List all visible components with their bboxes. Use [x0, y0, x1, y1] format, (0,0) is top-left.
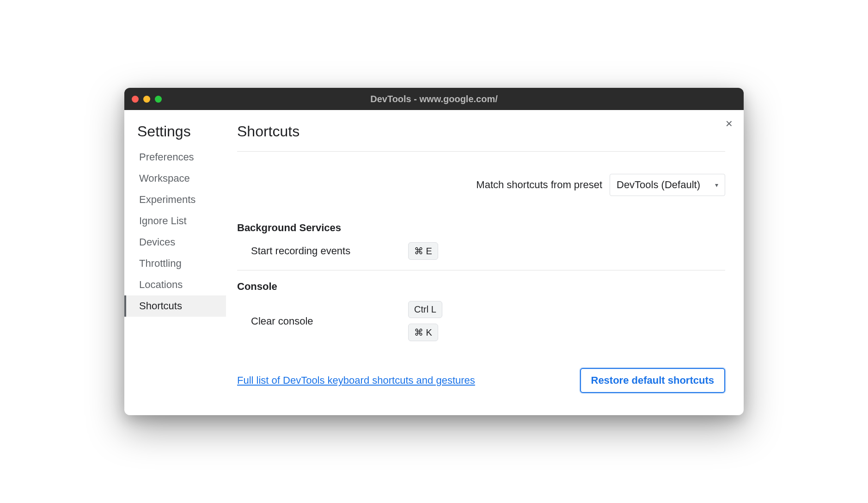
sidebar-item-shortcuts[interactable]: Shortcuts: [124, 295, 226, 317]
full-list-link[interactable]: Full list of DevTools keyboard shortcuts…: [237, 374, 475, 386]
sidebar: Settings Preferences Workspace Experimen…: [124, 110, 226, 415]
shortcut-keys: ⌘ E: [408, 242, 438, 260]
sidebar-title: Settings: [124, 123, 226, 147]
shortcut-label: Clear console: [251, 315, 408, 327]
content-area: × Settings Preferences Workspace Experim…: [124, 110, 744, 415]
key-badge: ⌘ E: [408, 242, 438, 260]
preset-label: Match shortcuts from preset: [476, 179, 602, 191]
sidebar-item-preferences[interactable]: Preferences: [124, 147, 226, 168]
window-title: DevTools - www.google.com/: [370, 94, 498, 104]
window-close-icon[interactable]: [132, 96, 139, 103]
page-title: Shortcuts: [237, 123, 725, 152]
preset-row: Match shortcuts from preset DevTools (De…: [237, 152, 725, 218]
window-maximize-icon[interactable]: [155, 96, 162, 103]
sidebar-item-throttling[interactable]: Throttling: [124, 253, 226, 274]
close-icon[interactable]: ×: [726, 117, 733, 129]
section-divider: [237, 270, 725, 270]
main-panel: Shortcuts Match shortcuts from preset De…: [226, 110, 744, 415]
preset-select-value: DevTools (Default): [617, 179, 700, 190]
shortcut-row: Start recording events ⌘ E: [237, 240, 725, 268]
shortcut-keys: Ctrl L ⌘ K: [408, 301, 442, 341]
sidebar-item-workspace[interactable]: Workspace: [124, 168, 226, 189]
section-heading-console: Console: [237, 277, 725, 299]
devtools-settings-window: DevTools - www.google.com/ × Settings Pr…: [124, 88, 744, 415]
footer-row: Full list of DevTools keyboard shortcuts…: [237, 350, 725, 393]
traffic-lights: [132, 96, 162, 103]
sidebar-item-devices[interactable]: Devices: [124, 232, 226, 253]
sidebar-item-ignore-list[interactable]: Ignore List: [124, 210, 226, 232]
section-heading-background-services: Background Services: [237, 218, 725, 240]
window-minimize-icon[interactable]: [143, 96, 150, 103]
sidebar-item-experiments[interactable]: Experiments: [124, 189, 226, 210]
key-badge: ⌘ K: [408, 324, 438, 341]
shortcut-label: Start recording events: [251, 245, 408, 257]
key-badge: Ctrl L: [408, 301, 442, 318]
sidebar-item-locations[interactable]: Locations: [124, 274, 226, 295]
titlebar[interactable]: DevTools - www.google.com/: [124, 88, 744, 110]
restore-default-shortcuts-button[interactable]: Restore default shortcuts: [580, 368, 726, 393]
shortcut-row: Clear console Ctrl L ⌘ K: [237, 299, 725, 350]
preset-select[interactable]: DevTools (Default): [610, 174, 725, 196]
